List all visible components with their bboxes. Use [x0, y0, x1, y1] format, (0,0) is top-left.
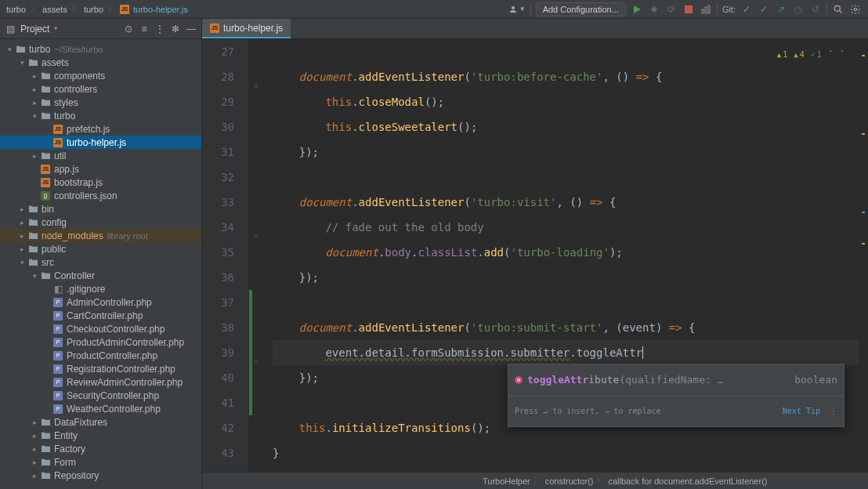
line-number[interactable]: 40	[202, 365, 234, 390]
tree-item[interactable]: PCheckoutController.php	[0, 322, 201, 335]
line-number[interactable]: 41	[202, 390, 234, 415]
editor-tab[interactable]: JS turbo-helper.js	[202, 19, 291, 38]
completion-item[interactable]: m toggleAttribute(qualifiedName: … boole…	[508, 364, 844, 396]
tree-item[interactable]: PCartController.php	[0, 309, 201, 322]
crumb[interactable]: constructor()	[545, 476, 594, 486]
tree-item[interactable]: ▸Repository	[0, 469, 201, 482]
line-gutter[interactable]: 2728293031323334353637383940414243	[202, 39, 249, 472]
next-tip-link[interactable]: Next Tip	[783, 407, 820, 415]
collapse-all-icon[interactable]: ⋮	[154, 24, 165, 34]
tree-item[interactable]: PReviewAdminController.php	[0, 375, 201, 389]
editor-scrollbar[interactable]	[859, 39, 868, 472]
code-editor[interactable]: 2728293031323334353637383940414243 ⊖ ⊖ ⊖…	[202, 39, 868, 472]
warnings-count[interactable]: ▲1	[777, 42, 787, 67]
settings-icon[interactable]	[849, 3, 862, 16]
git-commit-icon[interactable]: ✓	[758, 3, 770, 16]
breadcrumb-part[interactable]: turbo	[84, 5, 103, 14]
crumb[interactable]: TurboHelper	[483, 476, 530, 486]
expand-arrow-icon[interactable]: ▾	[17, 259, 27, 266]
expand-arrow-icon[interactable]: ▾	[30, 272, 39, 280]
tree-item[interactable]: ▸config	[0, 216, 201, 229]
tree-item[interactable]: PAdminController.php	[0, 295, 201, 309]
next-highlight-icon[interactable]: ˇ	[839, 42, 844, 67]
expand-arrow-icon[interactable]: ▸	[30, 432, 39, 440]
line-number[interactable]: 31	[202, 139, 234, 165]
tree-item[interactable]: ▾assets	[0, 56, 201, 69]
settings-icon[interactable]: ✻	[170, 24, 181, 34]
fold-gutter[interactable]: ⊖ ⊖ ⊖	[252, 39, 263, 472]
breadcrumb-file[interactable]: turbo-helper.js	[133, 5, 188, 14]
tree-item[interactable]: {}controllers.json	[0, 189, 201, 202]
line-number[interactable]: 27	[202, 39, 234, 64]
run-tests-icon[interactable]: ⟳	[665, 3, 678, 16]
project-tree[interactable]: ▾turbo~/Sites/turbo▾assets▸components▸co…	[0, 39, 201, 489]
expand-arrow-icon[interactable]: ▸	[30, 85, 39, 93]
tree-item[interactable]: PSecurityController.php	[0, 389, 201, 402]
git-rollback-icon[interactable]: ↺	[809, 3, 822, 16]
expand-arrow-icon[interactable]: ▸	[30, 99, 39, 107]
search-icon[interactable]	[832, 3, 844, 16]
expand-arrow-icon[interactable]: ▸	[17, 245, 27, 253]
git-push-icon[interactable]: ↗	[775, 3, 787, 16]
select-opened-icon[interactable]: ⊙	[123, 24, 134, 34]
line-number[interactable]: 38	[202, 315, 234, 340]
expand-arrow-icon[interactable]: ▾	[30, 112, 39, 120]
expand-all-icon[interactable]: ≡	[139, 24, 150, 34]
line-number[interactable]: 29	[202, 89, 234, 114]
tree-item[interactable]: JSapp.js	[0, 162, 201, 176]
tree-item[interactable]: ▸bin	[0, 202, 201, 216]
expand-arrow-icon[interactable]: ▾	[17, 59, 27, 67]
expand-arrow-icon[interactable]: ▸	[30, 72, 39, 80]
line-number[interactable]: 32	[202, 165, 234, 190]
project-title[interactable]: Project ▼	[20, 24, 118, 34]
line-number[interactable]: 35	[202, 240, 234, 265]
hide-icon[interactable]: —	[186, 24, 197, 34]
expand-arrow-icon[interactable]: ▸	[30, 418, 39, 426]
crumb[interactable]: callback for document.addEventListener()	[608, 476, 767, 486]
tree-item[interactable]: PRegistrationController.php	[0, 362, 201, 375]
expand-arrow-icon[interactable]: ▸	[17, 205, 27, 213]
expand-arrow-icon[interactable]: ▸	[30, 445, 39, 453]
line-number[interactable]: 28	[202, 64, 234, 89]
tree-item[interactable]: JSprefetch.js	[0, 122, 201, 136]
project-view-icon[interactable]: ▤	[5, 24, 16, 34]
tree-item[interactable]: ▸Form	[0, 455, 201, 469]
user-dropdown[interactable]: ▼	[508, 5, 526, 14]
code-completion-popup[interactable]: m toggleAttribute(qualifiedName: … boole…	[508, 364, 844, 427]
expand-arrow-icon[interactable]: ▸	[30, 472, 39, 480]
weak-warnings-count[interactable]: ▲4	[794, 42, 804, 67]
tree-item[interactable]: JSbootstrap.js	[0, 176, 201, 189]
tree-item[interactable]: ▾turbo	[0, 109, 201, 122]
git-update-icon[interactable]: ✓	[740, 3, 753, 16]
expand-arrow-icon[interactable]: ▸	[30, 152, 39, 160]
typos-count[interactable]: ✓1	[811, 42, 822, 67]
expand-arrow-icon[interactable]: ▾	[5, 45, 14, 53]
tree-item[interactable]: ▸node_moduleslibrary root	[0, 229, 201, 242]
tree-item[interactable]: PProductController.php	[0, 349, 201, 362]
tree-item[interactable]: ▸Entity	[0, 429, 201, 442]
tree-item[interactable]: JSturbo-helper.js	[0, 136, 201, 149]
line-number[interactable]: 43	[202, 440, 234, 465]
tree-item[interactable]: PWeatherController.php	[0, 402, 201, 415]
tree-item[interactable]: PProductAdminController.php	[0, 335, 201, 349]
expand-arrow-icon[interactable]: ▸	[17, 232, 27, 240]
tree-item[interactable]: ▾turbo~/Sites/turbo	[0, 42, 201, 56]
expand-arrow-icon[interactable]: ▸	[30, 458, 39, 466]
line-number[interactable]: 36	[202, 265, 234, 290]
breadcrumb-part[interactable]: turbo	[6, 5, 26, 14]
run-config-button[interactable]: Add Configuration...	[536, 2, 626, 16]
tree-item[interactable]: ▸DataFixtures	[0, 415, 201, 429]
profiler-icon[interactable]	[700, 3, 712, 16]
inspections-widget[interactable]: ▲1 ▲4 ✓1 ˆ ˇ	[777, 42, 844, 67]
line-number[interactable]: 34	[202, 215, 234, 240]
breadcrumb-part[interactable]: assets	[42, 5, 67, 14]
stop-icon[interactable]	[682, 3, 695, 16]
tree-item[interactable]: ▸Factory	[0, 442, 201, 455]
tree-item[interactable]: ▾src	[0, 255, 201, 269]
line-number[interactable]: 33	[202, 190, 234, 215]
tree-item[interactable]: ▸controllers	[0, 82, 201, 96]
tree-item[interactable]: ▸public	[0, 242, 201, 255]
run-icon[interactable]	[631, 3, 643, 16]
tree-item[interactable]: ▸styles	[0, 96, 201, 109]
tree-item[interactable]: ▸util	[0, 149, 201, 162]
